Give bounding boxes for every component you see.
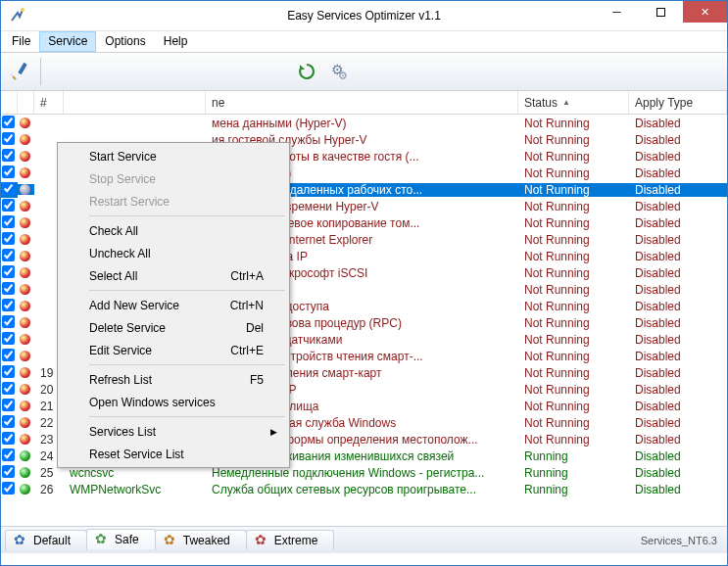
status-led-icon xyxy=(20,217,30,228)
row-checkbox[interactable] xyxy=(2,165,15,178)
status-led-icon xyxy=(20,234,30,245)
col-number[interactable]: # xyxy=(34,91,64,114)
status-led-icon xyxy=(20,401,30,411)
table-row[interactable]: мена данными (Hyper-V)Not RunningDisable… xyxy=(1,115,727,131)
row-status: Not Running xyxy=(518,316,629,330)
status-led-icon xyxy=(20,267,30,278)
row-checkbox[interactable] xyxy=(2,465,15,478)
row-key: WMPNetworkSvc xyxy=(64,483,206,496)
col-key[interactable] xyxy=(64,91,206,114)
toolbar-settings-button[interactable]: ⚙⚙ xyxy=(325,57,355,86)
menu-file[interactable]: File xyxy=(3,31,39,52)
row-checkbox[interactable] xyxy=(2,332,15,345)
row-apply: Disabled xyxy=(629,350,727,363)
status-led-icon xyxy=(20,167,30,178)
row-checkbox[interactable] xyxy=(2,132,15,145)
menu-item[interactable]: Edit ServiceCtrl+E xyxy=(60,339,287,361)
row-status: Not Running xyxy=(518,233,629,247)
menu-service[interactable]: Service xyxy=(39,31,96,52)
row-checkbox[interactable] xyxy=(2,249,15,261)
row-status: Not Running xyxy=(518,133,629,147)
menu-item[interactable]: Open Windows services xyxy=(60,391,287,413)
row-status: Not Running xyxy=(518,283,629,297)
window-close-button[interactable] xyxy=(683,1,727,23)
window-maximize-button[interactable] xyxy=(639,1,683,23)
gear-icon xyxy=(164,534,177,547)
status-led-icon xyxy=(20,450,30,461)
row-checkbox[interactable] xyxy=(2,299,15,311)
row-checkbox[interactable] xyxy=(2,182,15,195)
window-minimize-button[interactable] xyxy=(595,1,639,23)
status-led-icon xyxy=(20,434,30,445)
gear-icon xyxy=(95,533,109,546)
row-checkbox[interactable] xyxy=(2,415,15,428)
row-apply: Disabled xyxy=(629,133,727,147)
row-checkbox[interactable] xyxy=(2,199,15,212)
row-status: Not Running xyxy=(518,333,629,347)
menu-item[interactable]: Reset Service List xyxy=(60,443,287,465)
menu-item[interactable]: Services List▶ xyxy=(60,420,287,443)
listview[interactable]: # ne Status Apply Type мена данными (Hyp… xyxy=(1,91,727,526)
row-checkbox[interactable] xyxy=(2,399,15,411)
column-headers[interactable]: # ne Status Apply Type xyxy=(1,91,727,115)
menu-item[interactable]: Add New ServiceCtrl+N xyxy=(60,294,287,316)
tab-safe[interactable]: Safe xyxy=(86,529,156,549)
status-led-icon xyxy=(20,251,30,261)
tab-default[interactable]: Default xyxy=(5,530,87,550)
col-apply-type[interactable]: Apply Type xyxy=(629,91,727,114)
row-checkbox[interactable] xyxy=(2,116,15,128)
menu-item: Stop Service xyxy=(60,167,287,190)
menu-item[interactable]: Start Service xyxy=(60,145,287,167)
row-checkbox[interactable] xyxy=(2,432,15,445)
status-led-icon xyxy=(20,484,30,495)
tab-tweaked[interactable]: Tweaked xyxy=(155,530,247,550)
status-led-icon xyxy=(20,134,30,145)
row-checkbox[interactable] xyxy=(2,282,15,295)
toolbar-refresh-button[interactable] xyxy=(292,57,321,86)
row-checkbox[interactable] xyxy=(2,382,15,395)
row-checkbox[interactable] xyxy=(2,149,15,162)
row-checkbox[interactable] xyxy=(2,265,15,278)
row-checkbox[interactable] xyxy=(2,215,15,228)
row-status: Not Running xyxy=(518,400,629,413)
col-name[interactable]: ne xyxy=(206,91,518,114)
menu-item[interactable]: Check All xyxy=(60,219,287,242)
row-status: Not Running xyxy=(518,416,629,430)
row-apply: Disabled xyxy=(629,266,727,280)
row-checkbox[interactable] xyxy=(2,365,15,378)
menu-item[interactable]: Refresh ListF5 xyxy=(60,368,287,391)
row-status: Not Running xyxy=(518,300,629,313)
row-number: 26 xyxy=(34,483,64,496)
menu-options[interactable]: Options xyxy=(96,31,154,52)
menu-item[interactable]: Delete ServiceDel xyxy=(60,316,287,339)
status-led-icon xyxy=(20,417,30,428)
menu-help[interactable]: Help xyxy=(155,31,197,52)
row-status: Running xyxy=(518,449,629,463)
row-apply: Disabled xyxy=(629,233,727,247)
status-led-icon xyxy=(20,301,30,311)
tab-extreme[interactable]: Extreme xyxy=(246,530,335,550)
svg-rect-1 xyxy=(18,63,26,74)
col-status[interactable]: Status xyxy=(518,91,629,114)
status-label: Services_NT6.3 xyxy=(641,535,727,546)
row-apply: Disabled xyxy=(629,466,727,480)
row-status: Not Running xyxy=(518,433,629,447)
table-row[interactable]: 26WMPNetworkSvcСлужба общих сетевых ресу… xyxy=(1,481,727,497)
toolbar-magic-wand-button[interactable] xyxy=(5,57,34,86)
toolbar: ⚙⚙ xyxy=(1,52,727,91)
row-checkbox[interactable] xyxy=(2,315,15,328)
row-checkbox[interactable] xyxy=(2,448,15,461)
menu-item[interactable]: Select AllCtrl+A xyxy=(60,264,287,287)
row-apply: Disabled xyxy=(629,333,727,347)
status-led-icon xyxy=(20,334,30,345)
status-led-icon xyxy=(20,151,30,162)
menu-item[interactable]: Uncheck All xyxy=(60,242,287,264)
menubar: File Service Options Help xyxy=(1,30,727,52)
row-apply: Disabled xyxy=(629,117,727,130)
row-apply: Disabled xyxy=(629,200,727,213)
row-checkbox[interactable] xyxy=(2,232,15,245)
row-checkbox[interactable] xyxy=(2,482,15,495)
row-apply: Disabled xyxy=(629,416,727,430)
row-checkbox[interactable] xyxy=(2,349,15,361)
bottom-tabs: Default Safe Tweaked Extreme Services_NT… xyxy=(1,526,727,553)
